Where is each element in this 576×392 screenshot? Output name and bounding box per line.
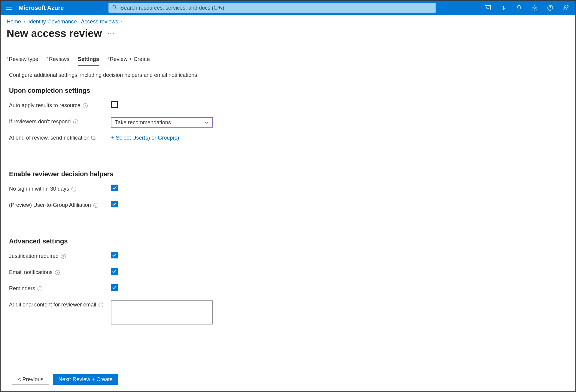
info-icon[interactable]: i (55, 270, 60, 275)
top-bar: Microsoft Azure (1, 1, 575, 15)
chevron-right-icon: › (121, 20, 123, 24)
no-signin-checkbox[interactable] (111, 185, 118, 191)
directory-switch-icon[interactable] (496, 1, 511, 15)
info-icon[interactable]: i (73, 119, 78, 124)
justification-checkbox[interactable] (111, 252, 118, 258)
select-users-link[interactable]: + Select User(s) or Group(s) (111, 135, 179, 141)
breadcrumb: Home › Identity Governance | Access revi… (1, 15, 575, 27)
search-icon (112, 5, 117, 11)
next-button[interactable]: Next: Review + Create (53, 374, 119, 385)
brand-label[interactable]: Microsoft Azure (19, 5, 64, 11)
additional-content-label: Additional content for reviewer email i (9, 300, 111, 308)
email-notifications-label: Email notifications i (9, 268, 111, 276)
settings-panel: Configure additional settings, including… (1, 66, 575, 326)
affiliation-checkbox[interactable] (111, 201, 118, 207)
auto-apply-checkbox[interactable] (111, 101, 118, 108)
breadcrumb-home[interactable]: Home (7, 19, 21, 25)
tab-reviews[interactable]: *Reviews (47, 56, 69, 66)
auto-apply-label: Auto apply results to resource i (9, 101, 111, 109)
info-icon[interactable]: i (71, 187, 76, 191)
page-title: New access review ··· (1, 27, 575, 41)
notifications-icon[interactable] (512, 1, 526, 15)
tab-review-type[interactable]: *Review type (7, 56, 38, 66)
breadcrumb-governance[interactable]: Identity Governance | Access reviews (29, 19, 118, 25)
chevron-down-icon (205, 119, 209, 126)
wizard-footer: < Previous Next: Review + Create (12, 374, 118, 385)
additional-content-textarea[interactable] (111, 300, 213, 324)
end-notify-label: At end of review, send notification to (9, 134, 111, 141)
affiliation-label: (Preview) User-to-Group Affiliation i (9, 201, 111, 208)
info-icon[interactable]: i (99, 303, 103, 307)
wizard-tabs: *Review type *Reviews Settings *Review +… (1, 41, 575, 66)
reminders-label: Reminders i (9, 284, 111, 292)
hamburger-menu-icon[interactable] (3, 2, 15, 14)
settings-icon[interactable] (527, 1, 542, 15)
chevron-right-icon: › (24, 20, 26, 24)
svg-point-4 (550, 9, 550, 10)
more-actions-icon[interactable]: ··· (108, 30, 115, 37)
info-icon[interactable]: i (83, 103, 88, 108)
info-icon[interactable]: i (38, 286, 42, 291)
previous-button[interactable]: < Previous (12, 374, 49, 385)
svg-point-5 (564, 6, 566, 8)
feedback-icon[interactable] (559, 1, 573, 15)
svg-rect-1 (485, 6, 491, 10)
settings-subtitle: Configure additional settings, including… (9, 72, 567, 78)
section-advanced-heading: Advanced settings (9, 237, 567, 245)
no-respond-select[interactable]: Take recommendations (111, 117, 213, 128)
no-respond-value: Take recommendations (115, 119, 171, 126)
email-notifications-checkbox[interactable] (111, 268, 118, 275)
tab-settings[interactable]: Settings (78, 56, 99, 66)
page-title-text: New access review (7, 27, 102, 39)
info-icon[interactable]: i (61, 254, 66, 259)
global-search[interactable] (108, 3, 436, 13)
section-completion-heading: Upon completion settings (9, 87, 567, 95)
help-icon[interactable] (543, 1, 557, 15)
reminders-checkbox[interactable] (111, 284, 118, 291)
svg-point-0 (113, 5, 116, 8)
tab-review-create[interactable]: *Review + Create (108, 56, 150, 66)
info-icon[interactable]: i (93, 203, 98, 208)
no-signin-label: No sign-in within 30 days i (9, 185, 111, 192)
justification-label: Justification required i (9, 252, 111, 259)
section-helpers-heading: Enable reviewer decision helpers (9, 170, 567, 178)
search-input[interactable] (120, 5, 432, 11)
cloud-shell-icon[interactable] (481, 1, 495, 15)
svg-point-2 (534, 7, 535, 9)
no-respond-label: If reviewers don't respond i (9, 117, 111, 125)
